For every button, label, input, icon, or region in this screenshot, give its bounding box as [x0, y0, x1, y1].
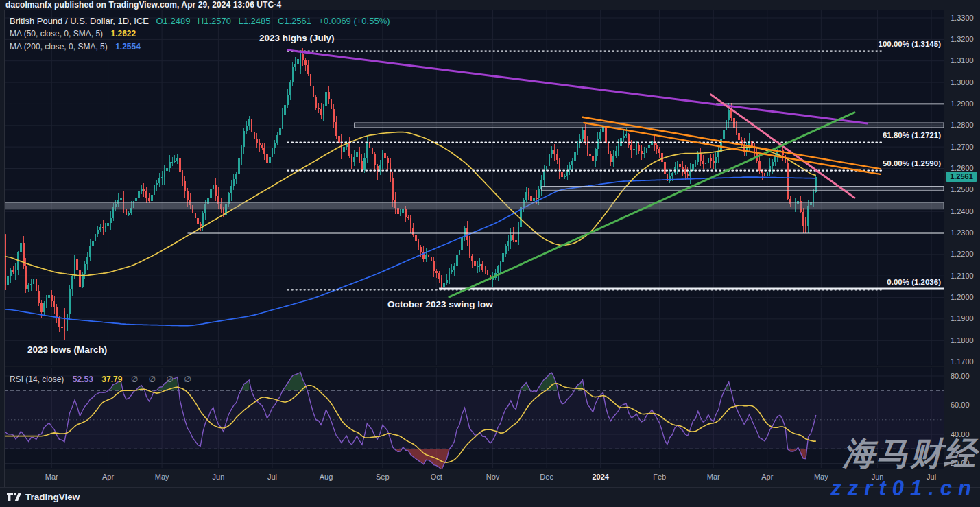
- price-tick: 1.2500: [951, 185, 974, 194]
- annotation-october-swing-low[interactable]: October 2023 swing low: [387, 299, 493, 309]
- price-tick: 1.2100: [951, 272, 974, 281]
- last-price-badge: 1.2561: [946, 172, 977, 182]
- low-value: L1.2485: [238, 16, 270, 26]
- time-tick-may: May: [155, 473, 169, 481]
- rsi-value: 52.53: [73, 375, 93, 384]
- close-value: C1.2561: [278, 16, 311, 26]
- time-tick-may: May: [814, 473, 828, 481]
- time-axis[interactable]: MarAprMayJunJulAugSepOctNovDec2024FebMar…: [0, 469, 944, 488]
- rsi-tick: 40.00: [951, 430, 970, 439]
- ma50-label: MA (50, close, 0, SMA, 5): [10, 29, 103, 38]
- time-tick-apr: Apr: [761, 473, 773, 481]
- fib-level-label[interactable]: 61.80% (1.2721): [883, 131, 941, 139]
- fib-level-label[interactable]: 100.00% (1.3145): [879, 40, 941, 48]
- rsi-tick: 20.00: [951, 459, 970, 468]
- ma200-value: 1.2554: [115, 42, 141, 51]
- price-tick: 1.1800: [951, 336, 974, 345]
- price-tick: 1.2800: [951, 121, 974, 130]
- fib-level-label[interactable]: 0.00% (1.2036): [887, 278, 941, 286]
- time-tick-feb: Feb: [653, 473, 666, 481]
- pane-separator[interactable]: [0, 366, 980, 366]
- price-tick: 1.1700: [951, 357, 974, 366]
- tradingview-logo-text: TradingView: [25, 492, 80, 502]
- symbol-row[interactable]: British Pound / U.S. Dollar, 1D, ICE O1.…: [10, 14, 390, 27]
- time-tick-2024: 2024: [592, 473, 608, 481]
- time-tick-oct: Oct: [431, 473, 442, 481]
- time-tick-apr: Apr: [102, 473, 114, 481]
- tradingview-logo-link[interactable]: TradingView: [7, 492, 80, 502]
- price-tick: 1.2900: [951, 99, 974, 108]
- symbol-legend: British Pound / U.S. Dollar, 1D, ICE O1.…: [10, 14, 390, 53]
- published-bar: dacolmanfx published on TradingView.com,…: [5, 0, 281, 10]
- rsi-tick: 80.00: [951, 372, 970, 381]
- chart-area[interactable]: [4, 10, 944, 469]
- price-tick: 1.3300: [951, 14, 974, 23]
- rsi-empty-slots: ∅ ∅ ∅ ∅: [131, 375, 195, 384]
- price-tick: 1.2000: [951, 293, 974, 302]
- price-tick: 1.2700: [951, 143, 974, 152]
- time-tick-aug: Aug: [320, 473, 333, 481]
- symbol-title[interactable]: British Pound / U.S. Dollar, 1D, ICE: [10, 16, 149, 26]
- ma50-value: 1.2622: [111, 29, 136, 38]
- ma50-row[interactable]: MA (50, close, 0, SMA, 5) 1.2622: [10, 27, 390, 40]
- tradingview-logo-icon: [7, 492, 21, 502]
- time-tick-jul: Jul: [267, 473, 277, 481]
- price-tick: 1.2200: [951, 250, 974, 259]
- time-tick-mar: Mar: [45, 473, 58, 481]
- annotation-2023-lows[interactable]: 2023 lows (March): [27, 344, 107, 355]
- rsi-label: RSI (14, close): [10, 375, 64, 384]
- chart-top-border: [0, 10, 980, 10]
- time-tick-mar: Mar: [707, 473, 720, 481]
- price-tick: 1.1900: [951, 314, 974, 323]
- fib-level-label[interactable]: 50.00% (1.2590): [883, 159, 941, 167]
- time-tick-jun: Jun: [213, 473, 225, 481]
- high-value: H1.2570: [198, 16, 231, 26]
- time-tick-jun: Jun: [872, 473, 884, 481]
- bottom-bar: TradingView: [0, 487, 980, 507]
- time-tick-dec: Dec: [540, 473, 553, 481]
- rsi-legend[interactable]: RSI (14, close) 52.53 37.79 ∅ ∅ ∅ ∅: [10, 373, 195, 385]
- price-tick: 1.3100: [951, 56, 974, 65]
- time-tick-sep: Sep: [376, 473, 390, 481]
- time-tick-jul: Jul: [927, 473, 936, 481]
- ma200-label: MA (200, close, 0, SMA, 5): [10, 42, 108, 51]
- tradingview-chart-page: { "published_bar": { "text": "dacolmanfx…: [0, 0, 980, 507]
- chart-left-border: [4, 10, 5, 487]
- rsi-tick: 60.00: [951, 401, 970, 410]
- price-tick: 1.2400: [951, 207, 974, 216]
- ma200-row[interactable]: MA (200, close, 0, SMA, 5) 1.2554: [10, 40, 390, 53]
- time-tick-nov: Nov: [486, 473, 500, 481]
- price-tick: 1.2300: [951, 228, 974, 237]
- published-text: dacolmanfx published on TradingView.com,…: [5, 0, 281, 10]
- price-axis[interactable]: 1.2561 1.33001.32001.31001.30001.29001.2…: [944, 0, 980, 507]
- price-tick: 1.3000: [951, 78, 974, 87]
- open-value: O1.2489: [156, 16, 190, 26]
- change-value: +0.0069 (+0.55%): [318, 16, 390, 26]
- rsi-ma-value: 37.79: [101, 375, 122, 384]
- price-tick: 1.3200: [951, 35, 974, 44]
